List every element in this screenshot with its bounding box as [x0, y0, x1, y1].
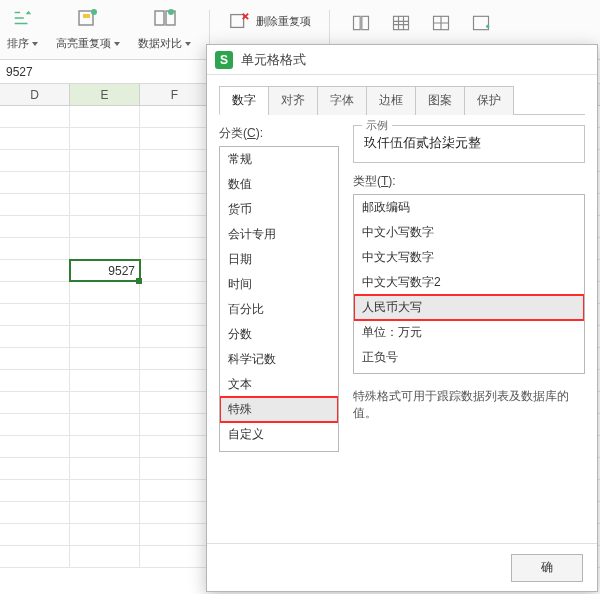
remove-dups-label: 删除重复项 [256, 14, 311, 29]
list-item[interactable]: 数值 [220, 172, 338, 197]
active-cell[interactable]: 9527 [70, 260, 140, 281]
remove-dups-button[interactable]: 删除重复项 [228, 10, 311, 32]
formula-bar-value: 9527 [6, 65, 33, 79]
list-item[interactable]: 时间 [220, 272, 338, 297]
svg-rect-11 [474, 16, 489, 29]
merge-icon[interactable] [348, 10, 374, 36]
sort-icon [8, 4, 36, 32]
cell-format-dialog: S 单元格格式 数字 对齐 字体 边框 图案 保护 分类(C): 常规 数值 货… [206, 44, 598, 592]
dialog-title: 单元格格式 [241, 51, 306, 69]
list-item[interactable]: 常规 [220, 147, 338, 172]
list-item[interactable]: 中文大写数字 [354, 245, 584, 270]
sample-legend: 示例 [362, 118, 392, 133]
format-description: 特殊格式可用于跟踪数据列表及数据库的值。 [353, 388, 585, 422]
list-item[interactable]: 文本 [220, 372, 338, 397]
tab-align[interactable]: 对齐 [268, 86, 318, 115]
remove-dups-icon [228, 10, 250, 32]
detail-column: 示例 玖仟伍佰贰拾柒元整 类型(T): 邮政编码 中文小写数字 中文大写数字 中… [353, 125, 585, 543]
tab-pattern[interactable]: 图案 [415, 86, 465, 115]
svg-rect-1 [83, 14, 90, 18]
svg-rect-9 [394, 16, 409, 29]
list-item-rmb[interactable]: 人民币大写 [354, 295, 584, 320]
col-header[interactable]: F [140, 84, 210, 105]
category-column: 分类(C): 常规 数值 货币 会计专用 日期 时间 百分比 分数 科学记数 文… [219, 125, 339, 543]
category-label: 分类(C): [219, 125, 339, 142]
number-panel: 分类(C): 常规 数值 货币 会计专用 日期 时间 百分比 分数 科学记数 文… [219, 115, 585, 543]
highlight-dups-label: 高亮重复项 [56, 36, 120, 51]
list-item[interactable]: 货币 [220, 197, 338, 222]
svg-point-2 [91, 9, 97, 15]
list-item[interactable]: 邮政编码 [354, 195, 584, 220]
tab-number[interactable]: 数字 [219, 86, 269, 115]
col-header[interactable]: E [70, 84, 140, 105]
data-compare-icon [151, 4, 179, 32]
dialog-footer: 确 [207, 543, 597, 591]
tab-protect[interactable]: 保护 [464, 86, 514, 115]
layout-icon[interactable] [428, 10, 454, 36]
data-compare-button[interactable]: 数据对比 [138, 4, 191, 51]
list-item[interactable]: 百分比 [220, 297, 338, 322]
list-item[interactable]: 自定义 [220, 422, 338, 447]
ok-button[interactable]: 确 [511, 554, 583, 582]
highlight-dups-icon [74, 4, 102, 32]
dialog-body: 数字 对齐 字体 边框 图案 保护 分类(C): 常规 数值 货币 会计专用 日… [207, 75, 597, 543]
svg-rect-3 [155, 11, 164, 25]
list-item[interactable]: 科学记数 [220, 347, 338, 372]
svg-rect-6 [231, 15, 244, 28]
dialog-tabs: 数字 对齐 字体 边框 图案 保护 [219, 85, 585, 115]
sample-value: 玖仟伍佰贰拾柒元整 [364, 134, 574, 152]
col-header[interactable]: D [0, 84, 70, 105]
dialog-titlebar: S 单元格格式 [207, 45, 597, 75]
list-item-special[interactable]: 特殊 [220, 397, 338, 422]
list-item[interactable]: 正负号 [354, 345, 584, 370]
tab-border[interactable]: 边框 [366, 86, 416, 115]
list-item[interactable]: 中文大写数字2 [354, 270, 584, 295]
highlight-dups-button[interactable]: 高亮重复项 [56, 4, 120, 51]
list-item[interactable]: 单位：万元 [354, 320, 584, 345]
svg-rect-8 [362, 16, 369, 29]
tab-font[interactable]: 字体 [317, 86, 367, 115]
type-listbox[interactable]: 邮政编码 中文小写数字 中文大写数字 中文大写数字2 人民币大写 单位：万元 正… [353, 194, 585, 374]
table-icon[interactable] [388, 10, 414, 36]
list-item[interactable]: 会计专用 [220, 222, 338, 247]
list-item[interactable]: 中文小写数字 [354, 220, 584, 245]
extra-tools [348, 10, 494, 36]
list-item[interactable]: 分数 [220, 322, 338, 347]
data-compare-label: 数据对比 [138, 36, 191, 51]
insert-icon[interactable] [468, 10, 494, 36]
sort-label: 排序 [7, 36, 38, 51]
svg-point-5 [168, 9, 174, 15]
type-label: 类型(T): [353, 173, 585, 190]
sample-box: 示例 玖仟伍佰贰拾柒元整 [353, 125, 585, 163]
svg-rect-7 [354, 16, 361, 29]
category-listbox[interactable]: 常规 数值 货币 会计专用 日期 时间 百分比 分数 科学记数 文本 特殊 自定… [219, 146, 339, 452]
sort-button[interactable]: 排序 [6, 4, 38, 51]
app-icon: S [215, 51, 233, 69]
list-item[interactable]: 日期 [220, 247, 338, 272]
